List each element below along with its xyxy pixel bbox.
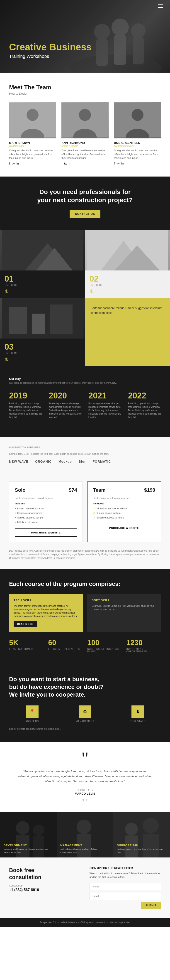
dot-inactive[interactable] [86,799,87,801]
team-card-0: MARY BROWN creative leader One great ide… [9,102,56,165]
program-grid: TECH SKILL The main body of knowledge is… [9,594,161,632]
instagram-icon-0[interactable]: in [17,162,19,165]
project-number-1: 02 [89,274,165,284]
project-label-1: 02 PROJECT ⊕ [85,270,170,298]
project-number-0: 01 [5,274,81,284]
year-num-2: 2021 [88,391,121,401]
team-purchase-button[interactable]: Purchase Website [93,524,155,532]
hero-image [61,5,170,73]
bottom-photos-section: DEVELOPMENT Seriously would one or two l… [0,812,170,858]
project-cell-1: 02 PROJECT ⊕ [85,230,170,298]
plan-feature-solo-3: • Ut labore et dolore [15,520,77,524]
team-desc-2: One great idea could have one creative o… [114,149,161,160]
plan-feature-team-0: ✓ Unlimited number of editors [93,507,155,510]
year-num-1: 2020 [49,391,82,401]
plan-price-team: $199 [144,487,155,493]
newsletter-submit-button[interactable]: SUBMIT [141,902,161,909]
project-icon-0[interactable]: ⊕ [5,288,81,294]
stat-item-0: 5K LOYAL CUSTOMERS [9,638,44,653]
stat-number-3: 1230 [127,638,161,647]
stat-item-3: 1230 INVESTMENT OPPORTUNITIES [127,638,161,653]
plan-feature-solo-1: • Consectetur adipiscing [15,511,77,515]
bottom-photo-title-0: DEVELOPMENT [4,844,53,847]
year-item-0: 2019 Producing operational change manage… [9,391,42,419]
plan-feature-team-2: ✓ Lifetime access to future [93,516,155,519]
dot-active[interactable] [83,799,84,801]
team-name-0: MARY BROWN [9,141,56,145]
project-cell-2: 03 PROJECT ⊕ [0,298,85,366]
bottom-photo-overlay-1: MANAGEMENT Seriously would one or two li… [57,812,113,858]
project-icon-1[interactable]: ⊕ [89,288,165,294]
plan-feature-solo-2: • Sed do eiusmod tempor [15,516,77,519]
our-way-section: Our way Our team is committed to making … [0,366,170,437]
footer-bar-text: Sample text. Click to select the text bo… [40,921,130,924]
program-title: Each course of the program comprises: [9,581,161,587]
projects-grid: 01 PROJECT ⊕ 02 PROJECT ⊕ 03 PROJECT [0,230,170,366]
partner-logo-3: Blur [79,460,86,463]
facebook-icon-1[interactable]: f [62,162,62,165]
project-photo-1 [85,230,170,270]
twitter-icon-0[interactable]: tw [12,162,15,165]
check-icon-0: ✓ [93,507,96,510]
footer-left: Book freeconsultation Consult from +1 (2… [9,867,81,909]
stat-label-3: INVESTMENT OPPORTUNITIES [127,648,161,653]
newsletter-name-input[interactable] [89,883,161,890]
twitter-icon-2[interactable]: tw [116,162,119,165]
quote-role: Secretary [9,789,161,791]
bottom-photo-2: SUPPORT 24H Seriously would one or two l… [113,812,170,858]
check-icon-2: ✓ [93,516,96,519]
about-label: ABOUT US [9,720,55,722]
management-icon[interactable]: ⚙ [79,705,91,718]
pricing-card-team: Team $199 Best choice for a team of any … [87,482,161,542]
quote-text: "Aenean pulvinar dui ornare, feugiat lor… [17,769,153,784]
svg-rect-23 [9,307,27,334]
footer-phone: +1 (234) 567-8910 [9,888,81,892]
plan-feature-solo-0: • Lorem ipsum dolor amet [15,507,77,510]
project-icon-2[interactable]: ⊕ [5,356,81,362]
bottom-photo-overlay-0: DEVELOPMENT Seriously would one or two l… [0,812,57,858]
newsletter-heading: SIGN UP FOR THE NEWSLETTER [89,867,161,870]
instagram-icon-1[interactable]: in [69,162,71,165]
footer-section: Book freeconsultation Consult from +1 (2… [0,858,170,918]
plan-name-solo: Solo [15,487,25,493]
svg-point-14 [132,109,143,121]
partner-logo-2: Mockup [59,460,72,463]
cooperation-desc: Sed ut perspiciatis unde omnis iste natu… [9,727,161,731]
team-photo-1 [62,102,108,138]
plan-feature-team-1: ✓ Figma design system [93,511,155,515]
program-section: Each course of the program comprises: TE… [0,569,170,664]
project-tag-1: PROJECT [89,284,165,286]
facebook-icon-0[interactable]: f [9,162,10,165]
year-text-3: Producing operational change management … [128,402,161,419]
solo-purchase-button[interactable]: Purchase Website [15,528,77,537]
plan-includes-team: Includes: [93,502,155,505]
instagram-icon-2[interactable]: in [121,162,124,165]
bottom-photo-text-1: Seriously would one or two lines of abou… [60,848,110,854]
twitter-icon-1[interactable]: tw [64,162,67,165]
plan-includes-solo: Includes: [15,502,77,505]
facebook-icon-2[interactable]: f [114,162,115,165]
bullet-icon: • [15,520,16,524]
read-more-button-tech[interactable]: READ MORE [14,621,37,627]
quote-name: MARCO LEVIS [9,792,161,795]
years-row: 2019 Producing operational change manage… [9,391,161,419]
hamburger-menu[interactable] [158,4,163,8]
bottom-photo-overlay-2: SUPPORT 24H Seriously would one or two l… [113,812,170,858]
staff-icon[interactable]: ⬇ [132,705,144,718]
newsletter-email-input[interactable] [89,892,161,900]
year-text-1: Producing operational change management … [49,402,82,419]
about-icon[interactable]: 📍 [26,705,38,718]
team-grid: MARY BROWN creative leader One great ide… [9,102,161,165]
icon-row: 📍 ABOUT US ⚙ MANAGEMENT ⬇ OUR STAFF [9,705,161,722]
icon-item-about: 📍 ABOUT US [9,705,55,722]
team-name-1: ANN RICHMOND [62,141,108,145]
svg-rect-25 [50,304,73,334]
footer-right: SIGN UP FOR THE NEWSLETTER Want to be th… [89,867,161,909]
program-card-title-soft: SOFT SKILL [92,599,156,602]
contact-us-button[interactable]: CONTACT US [70,210,100,218]
plan-tagline-solo: For freelancers and solo designers [15,497,77,500]
quote-mark-icon: " [9,754,161,764]
partners-row: NEW WAVE ORGANIC Mockup Blur FORMATIC [9,460,161,463]
team-photo-0 [9,102,56,138]
year-num-0: 2019 [9,391,42,401]
